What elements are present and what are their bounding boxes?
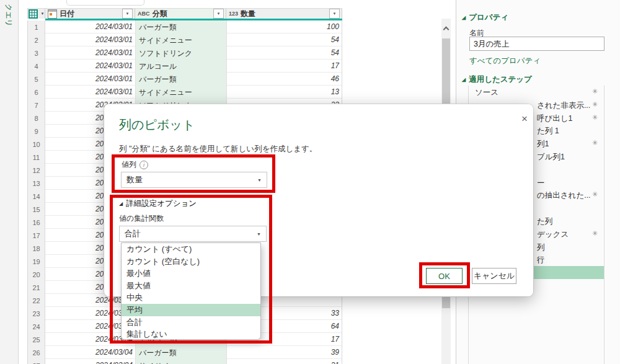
applied-step-label: 行	[537, 255, 545, 265]
cell-date[interactable]: 2024/03/01	[45, 86, 135, 99]
row-number[interactable]: 10	[27, 138, 45, 151]
row-number[interactable]: 26	[27, 346, 45, 359]
properties-section-header[interactable]: ◢ プロパティ	[462, 12, 508, 23]
value-column-label: 値列 i	[122, 159, 148, 170]
close-icon[interactable]: ×	[518, 113, 531, 125]
advanced-options-toggle[interactable]: ◢ 詳細設定オプション	[119, 198, 197, 209]
number-type-icon[interactable]: 123	[229, 11, 238, 17]
cell-quantity[interactable]: 54	[226, 33, 342, 47]
queries-rail[interactable]: クエリ	[0, 0, 19, 364]
row-number[interactable]: 15	[27, 203, 45, 216]
cell-date[interactable]: 2024/03/01	[45, 60, 135, 73]
dropdown-option[interactable]: 中央	[122, 291, 260, 304]
row-number[interactable]: 13	[27, 177, 45, 190]
dropdown-option[interactable]: カウント (空白なし)	[122, 255, 260, 268]
row-number[interactable]: 16	[27, 216, 45, 229]
row-number[interactable]: 14	[27, 190, 45, 203]
cell-date[interactable]: 2024/03/01	[45, 20, 135, 33]
cell-quantity[interactable]: 46	[226, 73, 342, 86]
column-header-date[interactable]: 日付 ▼	[45, 8, 135, 19]
cell-quantity[interactable]: 17	[226, 60, 342, 73]
applied-steps-section-header[interactable]: ◢ 適用したステップ	[462, 74, 532, 85]
cell-quantity[interactable]: 21	[226, 359, 342, 364]
gear-icon[interactable]: ✳	[592, 100, 598, 109]
column-header-quantity[interactable]: 123 数量 ▼	[226, 8, 342, 19]
row-number[interactable]: 11	[27, 151, 45, 164]
ok-button[interactable]: OK	[426, 268, 463, 284]
query-name-input[interactable]: 3月の売上	[469, 37, 604, 51]
row-number[interactable]: 24	[27, 320, 45, 333]
applied-steps-header-label: 適用したステップ	[469, 74, 532, 85]
cell-category[interactable]: バーガー類	[135, 346, 226, 359]
cell-category[interactable]: サイドメニュー	[135, 359, 226, 364]
text-type-icon[interactable]: ABC	[138, 11, 150, 17]
dropdown-option[interactable]: 平均	[122, 304, 260, 316]
row-number[interactable]: 27	[27, 359, 45, 364]
cell-date[interactable]: 2024/03/01	[45, 33, 135, 47]
row-number[interactable]: 23	[27, 307, 45, 320]
gear-icon[interactable]: ✳	[592, 87, 598, 95]
cell-category[interactable]: サイドメニュー	[135, 33, 226, 47]
cell-date[interactable]: 2024/03/04	[45, 346, 135, 359]
dropdown-option[interactable]: 合計	[122, 316, 260, 329]
row-number[interactable]: 3	[27, 47, 45, 60]
cell-quantity[interactable]: 13	[226, 86, 342, 99]
row-number[interactable]: 22	[27, 294, 45, 307]
value-column-select[interactable]: 数量 ▼	[121, 172, 267, 188]
gear-icon[interactable]: ✳	[592, 190, 598, 198]
cell-category[interactable]: バーガー類	[135, 73, 226, 86]
filter-dropdown-button-date[interactable]: ▼	[122, 9, 133, 19]
dropdown-option[interactable]: カウント (すべて)	[122, 243, 260, 255]
row-number[interactable]: 21	[27, 281, 45, 294]
applied-step-label: の抽出された...	[537, 190, 591, 201]
column-header-category[interactable]: ABC 分類 ▼	[135, 8, 226, 19]
cell-category[interactable]: アルコール	[135, 60, 226, 73]
dropdown-option[interactable]: 最大値	[122, 280, 260, 292]
table-row: 52024/03/01バーガー類46	[27, 73, 342, 86]
cell-category[interactable]: ソフトドリンク	[135, 47, 226, 60]
all-properties-link[interactable]: すべてのプロパティ	[469, 56, 541, 66]
cell-quantity[interactable]: 54	[226, 47, 342, 60]
cell-quantity[interactable]: 100	[226, 20, 342, 33]
dropdown-option[interactable]: 最小値	[122, 267, 260, 280]
row-number[interactable]: 17	[27, 229, 45, 242]
row-number[interactable]: 1	[27, 20, 45, 33]
calendar-type-icon[interactable]	[48, 9, 57, 19]
applied-step-label: デックス	[537, 229, 569, 240]
row-number[interactable]: 5	[27, 73, 45, 86]
row-number[interactable]: 2	[27, 33, 45, 47]
cell-date[interactable]: 2024/03/01	[45, 47, 135, 60]
advanced-options-label: 詳細設定オプション	[126, 198, 197, 209]
row-number[interactable]: 19	[27, 255, 45, 268]
cell-quantity[interactable]: 39	[226, 346, 342, 359]
select-all-columns-button[interactable]: ▼	[27, 8, 45, 19]
gear-icon[interactable]: ✳	[592, 139, 598, 147]
applied-step-label: た列	[537, 216, 552, 227]
cell-date[interactable]: 2024/03/01	[45, 73, 135, 86]
row-number[interactable]: 12	[27, 164, 45, 177]
cell-date[interactable]: 2024/03/04	[45, 359, 135, 364]
value-column-label-text: 値列	[122, 159, 136, 170]
table-row: 12024/03/01バーガー類100	[27, 20, 342, 33]
row-number[interactable]: 7	[27, 99, 45, 112]
applied-step[interactable]: ソース✳	[469, 86, 604, 99]
dropdown-option[interactable]: 集計しない	[122, 328, 260, 340]
cell-category[interactable]: バーガー類	[135, 20, 226, 33]
gear-icon[interactable]: ✳	[592, 113, 598, 122]
column-header-date-label: 日付	[60, 9, 74, 19]
row-number[interactable]: 9	[27, 125, 45, 138]
row-number[interactable]: 8	[27, 112, 45, 125]
aggregate-function-select[interactable]: 合計 ▼	[119, 226, 267, 242]
cancel-button[interactable]: キャンセル	[472, 268, 516, 284]
row-number[interactable]: 20	[27, 268, 45, 281]
filter-dropdown-button-quantity[interactable]: ▼	[329, 9, 340, 19]
row-number[interactable]: 25	[27, 333, 45, 346]
applied-step-label: された非表示...	[537, 100, 590, 111]
row-number[interactable]: 18	[27, 242, 45, 255]
gear-icon[interactable]: ✳	[592, 229, 598, 237]
filter-dropdown-button-category[interactable]: ▼	[213, 9, 224, 19]
table-row: 62024/03/01サイドメニュー13	[27, 86, 342, 99]
row-number[interactable]: 6	[27, 86, 45, 99]
row-number[interactable]: 4	[27, 60, 45, 73]
cell-category[interactable]: サイドメニュー	[135, 86, 226, 99]
